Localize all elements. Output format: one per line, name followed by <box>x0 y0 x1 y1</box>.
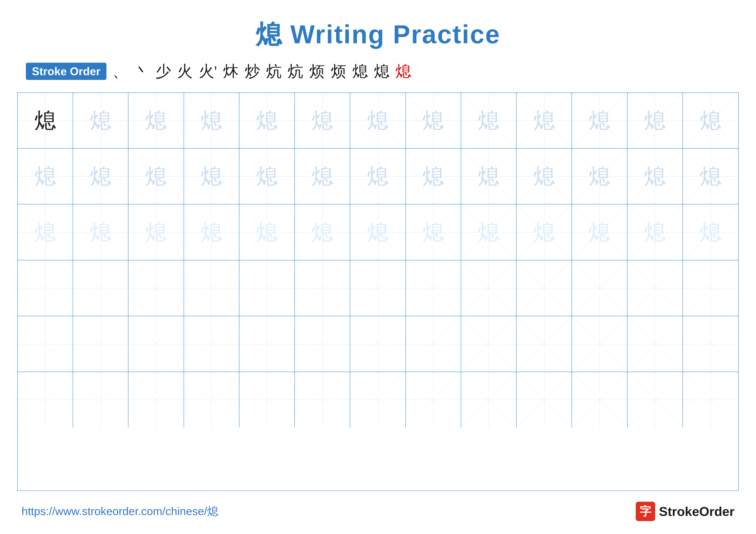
grid-cell[interactable] <box>184 261 239 316</box>
grid-cell[interactable] <box>239 372 295 427</box>
char-light: 熄 <box>145 165 167 187</box>
svg-line-117 <box>350 316 405 371</box>
grid-cell[interactable]: 熄 <box>628 93 683 148</box>
grid-cell[interactable]: 熄 <box>572 204 627 260</box>
grid-cell[interactable]: 熄 <box>683 204 738 260</box>
svg-line-118 <box>406 316 461 371</box>
grid-cell[interactable] <box>461 316 517 371</box>
grid-cell[interactable] <box>184 372 239 427</box>
grid-cell[interactable]: 熄 <box>128 93 184 148</box>
grid-cell[interactable] <box>295 316 350 371</box>
grid-cell[interactable]: 熄 <box>461 93 517 148</box>
grid-cell[interactable] <box>239 316 295 371</box>
grid-cell[interactable] <box>73 316 128 371</box>
grid-cell[interactable]: 熄 <box>628 204 683 260</box>
grid-cell[interactable] <box>683 316 738 371</box>
grid-cell[interactable]: 熄 <box>184 204 239 260</box>
grid-cell[interactable]: 熄 <box>683 93 738 148</box>
svg-line-84 <box>184 261 239 316</box>
char-light: 熄 <box>256 165 278 187</box>
grid-cell[interactable] <box>239 261 295 316</box>
grid-cell[interactable]: 熄 <box>461 149 517 204</box>
grid-cell[interactable]: 熄 <box>350 149 406 204</box>
grid-cell[interactable]: 熄 <box>628 149 683 204</box>
grid-cell[interactable]: 熄 <box>572 149 627 204</box>
grid-cell[interactable]: 熄 <box>73 204 128 260</box>
grid-cell[interactable]: 熄 <box>461 204 517 260</box>
grid-cell[interactable] <box>628 316 683 371</box>
grid-cell[interactable]: 熄 <box>18 149 73 204</box>
grid-cell[interactable]: 熄 <box>18 204 73 260</box>
grid-cell[interactable] <box>517 372 572 427</box>
footer-url[interactable]: https://www.strokeorder.com/chinese/熄 <box>21 504 218 519</box>
grid-cell[interactable] <box>572 316 627 371</box>
grid-cell[interactable] <box>18 316 73 371</box>
grid-row-3: 熄 熄 熄 熄 熄 熄 熄 熄 <box>18 204 738 260</box>
svg-line-98 <box>572 261 627 316</box>
stroke-7: 炒 <box>245 61 260 82</box>
grid-cell[interactable] <box>295 261 350 316</box>
grid-cell[interactable] <box>628 261 683 316</box>
grid-cell[interactable]: 熄 <box>517 93 572 148</box>
grid-cell[interactable]: 熄 <box>239 204 295 260</box>
grid-cell[interactable]: 熄 <box>295 149 350 204</box>
grid-row-6 <box>18 372 738 427</box>
grid-cell[interactable] <box>406 316 461 371</box>
grid-cell[interactable]: 熄 <box>184 93 239 148</box>
grid-cell[interactable]: 熄 <box>406 93 461 148</box>
grid-cell[interactable] <box>350 316 406 371</box>
grid-cell[interactable] <box>572 261 627 316</box>
grid-row-2: 熄 熄 熄 熄 熄 熄 熄 熄 <box>18 149 738 204</box>
grid-cell[interactable]: 熄 <box>517 149 572 204</box>
grid-cell[interactable] <box>18 372 73 427</box>
grid-cell[interactable]: 熄 <box>406 149 461 204</box>
grid-cell[interactable]: 熄 <box>73 149 128 204</box>
grid-cell[interactable]: 熄 <box>295 93 350 148</box>
grid-cell[interactable]: 熄 <box>406 204 461 260</box>
grid-cell[interactable] <box>517 261 572 316</box>
grid-cell[interactable] <box>683 261 738 316</box>
grid-cell[interactable] <box>184 316 239 371</box>
grid-row-1: 熄 熄 熄 熄 熄 熄 熄 熄 <box>18 93 738 149</box>
grid-cell[interactable]: 熄 <box>572 93 627 148</box>
grid-cell[interactable]: 熄 <box>517 204 572 260</box>
grid-cell[interactable] <box>295 372 350 427</box>
svg-line-127 <box>628 316 683 371</box>
grid-cell[interactable] <box>406 261 461 316</box>
grid-cell[interactable] <box>628 372 683 427</box>
char-light: 熄 <box>145 110 167 131</box>
grid-cell[interactable]: 熄 <box>350 93 406 148</box>
grid-cell[interactable]: 熄 <box>239 93 295 148</box>
grid-cell[interactable] <box>73 261 128 316</box>
grid-cell[interactable]: 熄 <box>350 204 406 260</box>
grid-cell[interactable]: 熄 <box>683 149 738 204</box>
grid-cell[interactable] <box>517 316 572 371</box>
svg-line-112 <box>239 316 294 371</box>
grid-cell[interactable] <box>128 372 184 427</box>
grid-cell[interactable]: 熄 <box>184 149 239 204</box>
grid-cell[interactable]: 熄 <box>18 93 73 148</box>
grid-cell[interactable] <box>73 372 128 427</box>
svg-line-115 <box>295 316 350 371</box>
grid-cell[interactable] <box>128 261 184 316</box>
grid-cell[interactable] <box>128 316 184 371</box>
svg-line-83 <box>128 261 183 316</box>
grid-cell[interactable] <box>683 372 738 427</box>
grid-cell[interactable] <box>461 372 517 427</box>
svg-line-90 <box>350 261 405 316</box>
svg-line-106 <box>73 316 128 371</box>
grid-cell[interactable]: 熄 <box>239 149 295 204</box>
grid-cell[interactable]: 熄 <box>128 204 184 260</box>
grid-cell[interactable]: 熄 <box>73 93 128 148</box>
grid-cell[interactable]: 熄 <box>128 149 184 204</box>
grid-cell[interactable]: 熄 <box>295 204 350 260</box>
grid-cell[interactable] <box>572 372 627 427</box>
char-light: 熄 <box>478 165 499 187</box>
grid-cell[interactable] <box>406 372 461 427</box>
grid-cell[interactable] <box>350 261 406 316</box>
grid-cell[interactable] <box>461 261 517 316</box>
svg-line-128 <box>683 316 738 371</box>
grid-cell[interactable] <box>18 261 73 316</box>
svg-line-120 <box>461 316 516 371</box>
grid-cell[interactable] <box>350 372 406 427</box>
